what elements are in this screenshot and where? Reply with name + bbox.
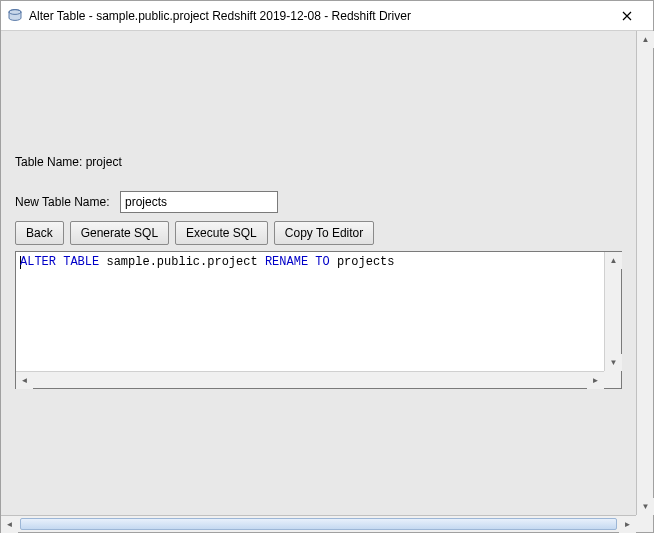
scroll-up-icon[interactable]: ▲ [605, 252, 622, 269]
copy-to-editor-button[interactable]: Copy To Editor [274, 221, 375, 245]
scroll-track[interactable] [637, 48, 653, 498]
scroll-left-icon[interactable]: ◄ [16, 372, 33, 389]
sql-token: sample.public.project [99, 255, 265, 269]
app-icon [7, 8, 23, 24]
content-pane: Table Name: project New Table Name: Back… [1, 31, 636, 515]
outer-vertical-scrollbar[interactable]: ▲ ▼ [636, 31, 653, 515]
scroll-up-icon[interactable]: ▲ [637, 31, 654, 48]
sql-editor[interactable]: ALTER TABLE sample.public.project RENAME… [15, 251, 622, 389]
outer-horizontal-scrollbar[interactable]: ◄ ► [1, 515, 636, 532]
scroll-thumb[interactable] [20, 518, 617, 530]
close-button[interactable] [607, 2, 647, 30]
scroll-down-icon[interactable]: ▼ [605, 354, 622, 371]
scroll-right-icon[interactable]: ► [619, 516, 636, 533]
generate-sql-button[interactable]: Generate SQL [70, 221, 169, 245]
dialog-window: Alter Table - sample.public.project Reds… [0, 0, 654, 533]
sql-horizontal-scrollbar[interactable]: ◄ ► [16, 371, 604, 388]
scroll-corner [636, 515, 653, 532]
sql-vertical-scrollbar[interactable]: ▲ ▼ [604, 252, 621, 371]
scroll-corner [604, 371, 621, 388]
scroll-right-icon[interactable]: ► [587, 372, 604, 389]
client-area: Table Name: project New Table Name: Back… [1, 31, 653, 532]
table-name-label: Table Name: project [15, 155, 622, 169]
window-title: Alter Table - sample.public.project Reds… [29, 9, 607, 23]
scroll-track[interactable] [605, 269, 621, 354]
new-name-row: New Table Name: [15, 191, 622, 213]
scroll-track[interactable] [33, 372, 587, 388]
titlebar[interactable]: Alter Table - sample.public.project Reds… [1, 1, 653, 31]
scroll-left-icon[interactable]: ◄ [1, 516, 18, 533]
sql-keyword: RENAME [265, 255, 308, 269]
sql-text[interactable]: ALTER TABLE sample.public.project RENAME… [16, 252, 604, 371]
scroll-down-icon[interactable]: ▼ [637, 498, 654, 515]
sql-keyword: TABLE [63, 255, 99, 269]
sql-keyword: ALTER [20, 255, 56, 269]
sql-keyword: TO [315, 255, 329, 269]
back-button[interactable]: Back [15, 221, 64, 245]
new-table-name-input[interactable] [120, 191, 278, 213]
buttons-row: Back Generate SQL Execute SQL Copy To Ed… [15, 221, 622, 245]
scroll-track[interactable] [18, 516, 619, 532]
execute-sql-button[interactable]: Execute SQL [175, 221, 268, 245]
sql-token: projects [330, 255, 395, 269]
new-table-name-label: New Table Name: [15, 195, 120, 209]
